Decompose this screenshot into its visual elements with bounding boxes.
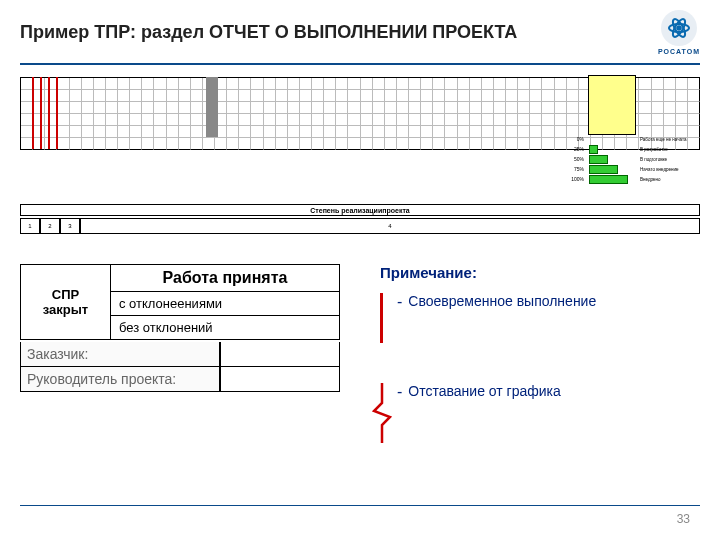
red-marker	[56, 77, 58, 149]
brand-name: РОСАТОМ	[658, 48, 700, 55]
customer-value	[220, 342, 340, 367]
header-divider	[20, 63, 700, 65]
notes-title: Примечание:	[380, 264, 700, 281]
with-deviations-cell: с отклонеениями	[111, 292, 340, 316]
note-item-ontime: - Своевременное выполнение	[380, 293, 700, 343]
legend-label: В подготовке	[638, 157, 667, 162]
legend-highlight	[588, 75, 636, 135]
progress-grid: 0% 25% 50% 75% 100% Работа еще не начата…	[20, 77, 700, 150]
red-marker	[48, 77, 50, 149]
dash-icon: -	[397, 383, 402, 401]
col-num: 3	[60, 218, 80, 234]
note-text: Своевременное выполнение	[408, 293, 596, 309]
column-number-row: 1 2 3 4	[20, 218, 700, 234]
straight-line-icon	[380, 293, 383, 343]
legend-step-50	[589, 155, 608, 164]
brand-logo: РОСАТОМ	[658, 10, 700, 55]
legend-pct: 50%	[566, 156, 586, 162]
zigzag-line-icon	[380, 383, 383, 443]
page-number: 33	[677, 512, 690, 526]
acceptance-block: СПР закрыт Работа принята с отклонеениям…	[20, 264, 340, 483]
spr-label: СПР закрыт	[21, 265, 111, 340]
legend-label: Внедрено	[638, 177, 661, 182]
pm-label: Руководитель проекта:	[20, 367, 220, 392]
legend-pct: 25%	[566, 146, 586, 152]
completion-legend: 0% 25% 50% 75% 100% Работа еще не начата…	[588, 75, 700, 167]
dash-icon: -	[397, 293, 402, 311]
legend-pct: 0%	[566, 136, 586, 142]
svg-point-0	[676, 25, 682, 31]
customer-label: Заказчик:	[20, 342, 220, 367]
page-title: Пример ТПР: раздел ОТЧЕТ О ВЫПОЛНЕНИИ ПР…	[20, 22, 517, 43]
legend-step-25	[589, 145, 598, 154]
col-num: 2	[40, 218, 60, 234]
col-num: 1	[20, 218, 40, 234]
note-text: Отставание от графика	[408, 383, 561, 399]
notes-block: Примечание: - Своевременное выполнение -…	[380, 264, 700, 483]
section-label-row: Степень реализациипроекта	[20, 204, 700, 216]
note-item-delay: - Отставание от графика	[380, 383, 700, 443]
pm-value	[220, 367, 340, 392]
red-marker	[32, 77, 34, 149]
red-marker	[40, 77, 42, 149]
legend-pct: 100%	[566, 176, 586, 182]
legend-label: В разработке	[638, 147, 668, 152]
without-deviations-cell: без отклонений	[111, 316, 340, 340]
gray-block	[206, 77, 218, 137]
legend-step-75	[589, 165, 618, 174]
legend-pct: 75%	[566, 166, 586, 172]
work-accepted-header: Работа принята	[111, 265, 340, 292]
legend-step-100	[589, 175, 628, 184]
legend-label: Работа еще не начата	[638, 137, 686, 142]
acceptance-table: СПР закрыт Работа принята с отклонеениям…	[20, 264, 340, 340]
rosatom-icon	[661, 10, 697, 46]
legend-label: Начато внедрение	[638, 167, 679, 172]
col-num: 4	[80, 218, 700, 234]
footer-divider	[20, 505, 700, 506]
